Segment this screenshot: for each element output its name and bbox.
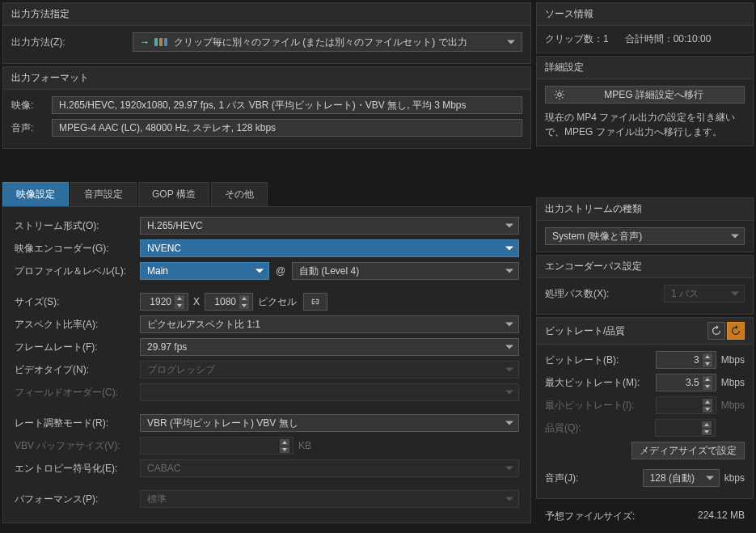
media-size-label: メディアサイズで設定	[640, 444, 737, 458]
min-bitrate-spinner	[703, 399, 712, 412]
stream-type-select[interactable]: H.265/HEVC	[140, 217, 519, 235]
fieldorder-label: フィールドオーダー(C):	[15, 386, 140, 400]
performance-label: パフォーマンス(P):	[15, 493, 140, 506]
stream-type-label: ストリーム形式(O):	[15, 219, 140, 233]
max-bitrate-spinner[interactable]	[703, 376, 712, 390]
entropy-value: CABAC	[147, 463, 180, 474]
min-bitrate-unit: Mbps	[721, 400, 745, 411]
aspect-value: ピクセルアスペクト比 1:1	[147, 318, 260, 332]
quality-input	[655, 419, 716, 437]
encoder-select[interactable]: NVENC	[140, 239, 519, 257]
advanced-panel: 詳細設定 MPEG 詳細設定へ移行 現在の MP4 ファイル出力の設定を引き継い…	[536, 56, 754, 146]
level-select[interactable]: 自動 (Level 4)	[292, 262, 519, 280]
audio-bitrate-label: 音声(J):	[545, 472, 643, 485]
video-format-value: H.265/HEVC, 1920x1080, 29.97 fps, 1 パス V…	[52, 96, 522, 114]
settings-tabs: 映像設定 音声設定 GOP 構造 その他	[2, 182, 531, 207]
ratecontrol-select[interactable]: VBR (平均ビットレート) VBV 無し	[140, 414, 519, 432]
output-stream-select[interactable]: System (映像と音声)	[545, 227, 745, 245]
at-symbol: @	[276, 265, 285, 277]
reset-icon	[711, 325, 722, 336]
videotype-value: プログレッシブ	[147, 363, 215, 377]
output-method-select[interactable]: → クリップ毎に別々のファイル (または別々のファイルセット) で出力	[133, 32, 522, 52]
output-method-label: 出力方法(Z):	[11, 36, 133, 49]
source-info-panel: ソース情報 クリップ数：1 合計時間：00:10:00	[536, 2, 754, 53]
height-spinner[interactable]	[239, 295, 249, 309]
performance-value: 標準	[147, 493, 167, 506]
reset-bitrate-button[interactable]	[707, 322, 725, 340]
profile-select[interactable]: Main	[140, 262, 269, 280]
fieldorder-select	[140, 383, 519, 401]
width-spinner[interactable]	[175, 295, 184, 309]
tab-other[interactable]: その他	[211, 182, 268, 206]
ratecontrol-value: VBR (平均ビットレート) VBV 無し	[147, 417, 298, 430]
width-input[interactable]: 1920	[140, 293, 188, 311]
predicted-size-row: 予想ファイルサイズ: 224.12 MB	[534, 501, 756, 531]
link-aspect-button[interactable]	[303, 293, 327, 311]
pass-count-value: 1 パス	[671, 287, 699, 301]
video-settings-content: ストリーム形式(O): H.265/HEVC 映像エンコーダー(G): NVEN…	[2, 207, 531, 523]
audio-bitrate-select[interactable]: 128 (自動)	[643, 469, 720, 487]
bitrate-panel: ビットレート/品質 ビットレート(B): 3 Mbps	[536, 317, 754, 499]
profile-value: Main	[147, 265, 168, 277]
chevron-down-icon	[706, 476, 714, 480]
max-bitrate-unit: Mbps	[721, 377, 745, 388]
pass-count-select: 1 パス	[664, 285, 745, 302]
aspect-select[interactable]: ピクセルアスペクト比 1:1	[140, 315, 519, 333]
chevron-down-icon	[505, 467, 513, 471]
aspect-label: アスペクト比率(A):	[15, 318, 140, 332]
bitrate-spinner[interactable]	[703, 353, 712, 367]
audio-bitrate-unit: kbps	[724, 472, 745, 484]
stream-type-value: H.265/HEVC	[147, 220, 203, 231]
audio-format-value: MPEG-4 AAC (LC), 48000 Hz, ステレオ, 128 kbp…	[52, 119, 522, 137]
bitrate-warning-button[interactable]	[727, 322, 745, 340]
chevron-down-icon	[505, 497, 513, 501]
encoder-value: NVENC	[147, 243, 181, 254]
total-time: 合計時間：00:10:00	[625, 32, 712, 46]
encoder-pass-header: エンコーダーパス設定	[537, 256, 753, 278]
bitrate-unit: Mbps	[721, 354, 745, 366]
chevron-down-icon	[507, 40, 515, 44]
advanced-header: 詳細設定	[537, 57, 753, 79]
chevron-down-icon	[505, 323, 513, 327]
framerate-value: 29.97 fps	[147, 341, 187, 353]
framerate-select[interactable]: 29.97 fps	[140, 338, 519, 356]
max-bitrate-value: 3.5	[686, 377, 699, 388]
tab-gop[interactable]: GOP 構造	[138, 182, 209, 206]
chevron-down-icon	[505, 269, 513, 273]
tab-video[interactable]: 映像設定	[2, 182, 69, 206]
video-format-label: 映像:	[11, 99, 52, 112]
media-size-button[interactable]: メディアサイズで設定	[631, 442, 745, 459]
bitrate-label: ビットレート(B):	[545, 353, 656, 367]
audio-bitrate-value: 128 (自動)	[650, 472, 695, 485]
vbvbuffer-spinner	[280, 439, 289, 453]
predicted-size-label: 予想ファイルサイズ:	[545, 510, 635, 523]
output-format-panel: 出力フォーマット 映像: H.265/HEVC, 1920x1080, 29.9…	[2, 66, 531, 149]
pass-count-label: 処理パス数(X):	[545, 287, 664, 301]
bitrate-input[interactable]: 3	[656, 351, 716, 369]
ratecontrol-label: レート調整モード(R):	[15, 417, 140, 430]
warning-icon	[730, 325, 741, 336]
width-value: 1920	[150, 296, 171, 307]
quality-label: 品質(Q):	[545, 421, 655, 435]
height-input[interactable]: 1080	[205, 293, 253, 311]
tab-audio[interactable]: 音声設定	[70, 182, 137, 206]
mpeg-advanced-button[interactable]: MPEG 詳細設定へ移行	[545, 86, 745, 104]
entropy-select: CABAC	[140, 459, 519, 477]
min-bitrate-label: 最小ビットレート(I):	[545, 399, 656, 412]
chevron-down-icon	[505, 345, 513, 349]
max-bitrate-label: 最大ビットレート(M):	[545, 376, 656, 390]
level-value: 自動 (Level 4)	[299, 264, 359, 278]
vbvbuffer-label: VBV バッファサイズ(V):	[15, 439, 140, 453]
chevron-down-icon	[505, 368, 513, 372]
height-value: 1080	[214, 296, 236, 307]
x-separator: X	[193, 296, 200, 307]
videotype-label: ビデオタイプ(N):	[15, 363, 140, 377]
chevron-down-icon	[505, 224, 513, 228]
encoder-pass-panel: エンコーダーパス設定 処理パス数(X): 1 パス	[536, 255, 754, 315]
mpeg-advanced-label: MPEG 詳細設定へ移行	[572, 88, 736, 102]
multi-clip-icon	[154, 38, 167, 46]
source-info-header: ソース情報	[537, 3, 753, 26]
output-stream-value: System (映像と音声)	[552, 230, 642, 243]
size-label: サイズ(S):	[15, 295, 140, 309]
max-bitrate-input[interactable]: 3.5	[656, 374, 716, 391]
